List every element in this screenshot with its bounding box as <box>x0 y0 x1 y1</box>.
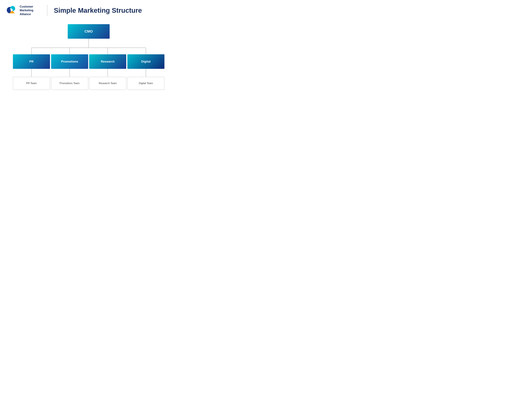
page-header: Customer Marketing Alliance Simple Marke… <box>0 0 177 19</box>
svg-point-5 <box>12 8 13 9</box>
cmo-label: CMO <box>85 29 93 34</box>
page-title: Simple Marketing Structure <box>54 7 142 14</box>
cmo-node-wrapper: CMO <box>68 24 110 39</box>
header-divider <box>47 5 48 16</box>
pr-team-label: PR Team <box>26 82 37 85</box>
horizontal-level-line <box>13 47 164 48</box>
branch-digital: Digital Digital Team <box>127 48 164 90</box>
branch-pr: PR PR Team <box>13 48 50 90</box>
pr-label: PR <box>29 60 34 63</box>
research-team-label: Research Team <box>99 82 117 85</box>
research-team-box: Research Team <box>89 77 126 90</box>
pr-node: PR <box>13 54 50 69</box>
research-node: Research <box>89 54 126 69</box>
digital-bottom-connector <box>146 69 146 77</box>
pr-top-connector <box>31 48 32 54</box>
promotions-label: Promotions <box>61 60 78 63</box>
digital-label: Digital <box>141 60 151 63</box>
level2-row: PR PR Team Promotions Promotions Team <box>13 48 164 90</box>
logo-area: Customer Marketing Alliance <box>6 5 41 16</box>
svg-point-4 <box>9 9 11 11</box>
promotions-team-label: Promotions Team <box>60 82 80 85</box>
org-chart: CMO PR PR Team <box>6 24 171 90</box>
digital-node: Digital <box>127 54 164 69</box>
cma-logo-icon <box>6 6 18 15</box>
branch-research: Research Research Team <box>89 48 126 90</box>
research-label: Research <box>101 60 115 63</box>
promotions-top-connector <box>69 48 70 54</box>
research-bottom-connector <box>107 69 108 77</box>
cmo-down-connector <box>88 39 89 47</box>
pr-team-box: PR Team <box>13 77 50 90</box>
chart-container: CMO PR PR Team <box>0 19 177 99</box>
digital-team-box: Digital Team <box>127 77 164 90</box>
pr-bottom-connector <box>31 69 32 77</box>
research-top-connector <box>107 48 108 54</box>
h-line <box>31 47 146 48</box>
promotions-team-box: Promotions Team <box>51 77 88 90</box>
promotions-bottom-connector <box>69 69 70 77</box>
branch-promotions: Promotions Promotions Team <box>51 48 88 90</box>
cmo-node: CMO <box>68 24 110 39</box>
digital-top-connector <box>146 48 146 54</box>
promotions-node: Promotions <box>51 54 88 69</box>
logo-text: Customer Marketing Alliance <box>20 5 41 16</box>
digital-team-label: Digital Team <box>139 82 153 85</box>
